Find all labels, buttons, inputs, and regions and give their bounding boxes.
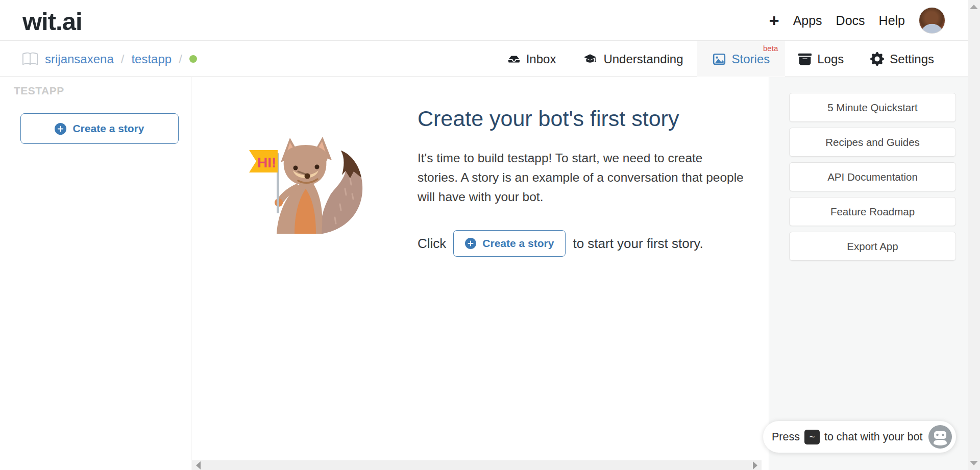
app-navbar: srijansaxena / testapp / Inbox Understan… <box>0 41 968 77</box>
resources-sidebar: 5 Minute Quickstart Recipes and Guides A… <box>769 77 968 470</box>
chat-suffix: to chat with your bot <box>824 431 922 443</box>
wit-ai-logo[interactable]: wit.ai <box>22 7 82 36</box>
tab-settings-label: Settings <box>890 52 934 66</box>
create-story-button[interactable]: Create a story <box>20 113 179 144</box>
resource-api-docs-button[interactable]: API Documentation <box>789 162 956 191</box>
create-story-button-label: Create a story <box>72 122 144 135</box>
left-sidebar: TESTAPP Create a story <box>0 77 191 470</box>
breadcrumb-app-link[interactable]: testapp <box>131 52 172 66</box>
chat-with-bot-widget[interactable]: Press ~ to chat with your bot <box>763 421 956 453</box>
resource-roadmap-button[interactable]: Feature Roadmap <box>789 197 956 226</box>
horizontal-scrollbar[interactable] <box>192 460 762 470</box>
cta-row: Click Create a story to start your first… <box>418 230 703 257</box>
chat-prefix: Press <box>772 431 800 443</box>
breadcrumb-separator: / <box>121 52 125 66</box>
tab-logs[interactable]: Logs <box>785 41 857 77</box>
create-story-inline-label: Create a story <box>482 237 554 250</box>
nav-tabs: Inbox Understanding beta Stories Logs Se… <box>494 41 947 77</box>
scroll-up-icon[interactable] <box>970 5 978 9</box>
book-icon <box>22 52 38 67</box>
breadcrumb-separator: / <box>179 52 182 66</box>
page-title: Create your bot's first story <box>418 106 679 131</box>
tab-stories[interactable]: beta Stories <box>697 41 786 77</box>
tab-settings[interactable]: Settings <box>857 41 947 77</box>
fox-illustration: HI! <box>245 128 373 242</box>
tilde-key-badge: ~ <box>804 430 820 444</box>
docs-link[interactable]: Docs <box>836 13 865 28</box>
tab-stories-label: Stories <box>732 52 770 66</box>
inbox-icon <box>507 53 521 66</box>
cta-prefix: Click <box>418 236 446 252</box>
resource-recipes-button[interactable]: Recipes and Guides <box>789 128 956 157</box>
tab-inbox[interactable]: Inbox <box>494 41 570 77</box>
user-avatar[interactable] <box>919 7 945 34</box>
app-name-heading: TESTAPP <box>14 85 64 97</box>
archive-icon <box>798 53 812 66</box>
apps-link[interactable]: Apps <box>793 13 822 28</box>
gear-icon <box>870 52 884 66</box>
scroll-left-icon[interactable] <box>196 461 201 469</box>
top-header: wit.ai + Apps Docs Help <box>0 0 968 41</box>
resource-quickstart-button[interactable]: 5 Minute Quickstart <box>789 93 956 122</box>
page-description: It's time to build testapp! To start, we… <box>418 149 744 207</box>
fox-flag-text: HI! <box>257 155 276 170</box>
breadcrumb: srijansaxena / testapp / <box>22 41 197 77</box>
new-app-plus-icon[interactable]: + <box>769 12 779 29</box>
app-status-dot <box>189 55 197 63</box>
cta-suffix: to start your first story. <box>573 236 703 252</box>
breadcrumb-user-link[interactable]: srijansaxena <box>45 52 114 66</box>
wit-ai-app: wit.ai + Apps Docs Help srijansaxena / t… <box>0 0 980 470</box>
tab-understanding-label: Understanding <box>603 52 683 66</box>
beta-badge: beta <box>763 44 778 53</box>
create-story-inline-button[interactable]: Create a story <box>453 230 566 257</box>
scroll-down-icon[interactable] <box>970 461 978 465</box>
resource-export-button[interactable]: Export App <box>789 232 956 261</box>
robot-icon <box>928 425 952 449</box>
scroll-right-icon[interactable] <box>753 461 757 469</box>
plus-circle-icon <box>465 238 476 249</box>
picture-icon <box>712 53 726 66</box>
plus-circle-icon <box>55 123 66 135</box>
tab-understanding[interactable]: Understanding <box>569 41 696 77</box>
graduation-cap-icon <box>582 53 598 66</box>
tab-logs-label: Logs <box>817 52 844 66</box>
help-link[interactable]: Help <box>879 13 905 28</box>
main-content: HI! Create your bot's first story It's t… <box>192 77 769 470</box>
vertical-scrollbar[interactable] <box>968 0 980 470</box>
tab-inbox-label: Inbox <box>526 52 556 66</box>
